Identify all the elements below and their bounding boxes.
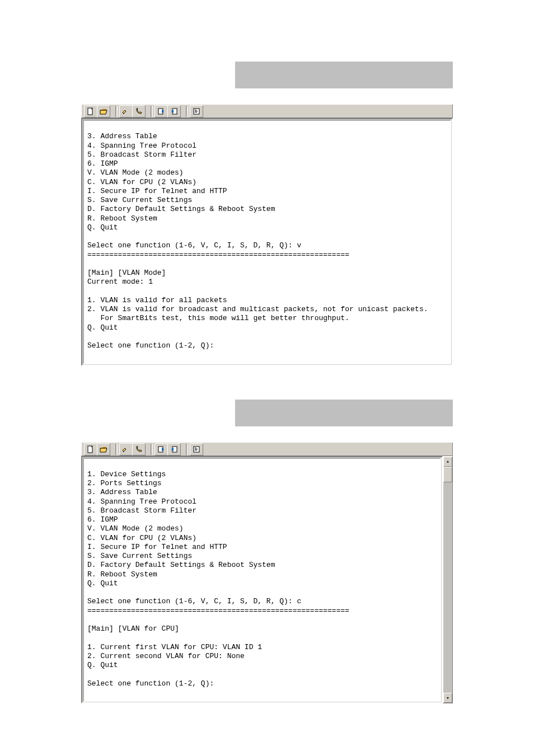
menu-item: D. Factory Default Settings & Reboot Sys…	[87, 205, 275, 213]
menu-item: 3. Address Table	[87, 132, 157, 140]
select-prompt: Select one function (1-6, V, C, I, S, D,…	[87, 241, 301, 250]
menu-item: Q. Quit	[87, 579, 118, 588]
current-mode: Current mode: 1	[87, 278, 153, 286]
send-button[interactable]	[154, 443, 168, 456]
menu-item: 6. IGMP	[87, 159, 118, 168]
sub-prompt: Select one function (1-2, Q):	[87, 679, 214, 688]
option-line: Q. Quit	[87, 323, 118, 332]
new-doc-icon	[87, 445, 95, 453]
terminal-text-1: 3. Address Table 4. Spanning Tree Protoc…	[87, 132, 428, 350]
open-button[interactable]	[97, 443, 110, 456]
menu-item: C. VLAN for CPU (2 VLANs)	[87, 534, 196, 542]
menu-item: C. VLAN for CPU (2 VLANs)	[87, 178, 196, 186]
new-doc-icon	[87, 107, 95, 115]
menu-item: 2. Ports Settings	[87, 479, 162, 487]
svg-rect-15	[195, 450, 197, 450]
svg-rect-6	[195, 111, 198, 111]
option-line: 2. VLAN is valid for broadcast and multi…	[87, 305, 428, 313]
scroll-down-button[interactable]: ▾	[443, 693, 452, 703]
receive-file-icon	[170, 107, 178, 115]
disconnect-button[interactable]	[119, 443, 133, 456]
menu-item: 5. Broadcast Storm Filter	[87, 506, 196, 515]
toolbar-2	[81, 442, 453, 456]
disconnect-icon	[122, 107, 130, 115]
menu-item: S. Save Current Settings	[87, 552, 192, 560]
properties-icon	[193, 445, 200, 453]
menu-item: R. Reboot System	[87, 570, 157, 579]
send-file-icon	[157, 107, 165, 115]
open-button[interactable]	[97, 105, 110, 118]
scroll-track[interactable]	[443, 467, 452, 693]
section-header-bar-2	[235, 400, 453, 426]
menu-item: 5. Broadcast Storm Filter	[87, 151, 196, 159]
phone-icon	[135, 107, 143, 115]
send-button[interactable]	[154, 105, 168, 118]
phone-icon	[135, 445, 143, 453]
svg-rect-7	[195, 112, 197, 112]
breadcrumb: [Main] [VLAN Mode]	[87, 269, 166, 277]
section-header-bar-1	[235, 62, 453, 88]
scroll-up-button[interactable]: ▴	[443, 457, 452, 467]
receive-button[interactable]	[167, 105, 181, 118]
open-folder-icon	[100, 445, 107, 453]
receive-file-icon	[170, 445, 178, 453]
properties-icon	[193, 107, 200, 115]
menu-item: 1. Device Settings	[87, 470, 166, 478]
properties-button[interactable]	[190, 443, 203, 456]
chevron-down-icon: ▾	[446, 695, 449, 701]
svg-rect-5	[195, 110, 196, 110]
receive-button[interactable]	[167, 443, 181, 456]
properties-button[interactable]	[190, 105, 203, 118]
menu-item: I. Secure IP for Telnet and HTTP	[87, 543, 227, 551]
terminal-panel-2: 1. Device Settings 2. Ports Settings 3. …	[81, 456, 443, 704]
menu-item: R. Reboot System	[87, 214, 157, 223]
call-button[interactable]	[132, 443, 146, 456]
terminal-panel-1: 3. Address Table 4. Spanning Tree Protoc…	[81, 118, 453, 366]
menu-item: 3. Address Table	[87, 488, 157, 496]
call-button[interactable]	[132, 105, 146, 118]
svg-rect-14	[195, 449, 198, 449]
option-line: For SmartBits test, this mode will get b…	[87, 314, 349, 322]
menu-item: 4. Spanning Tree Protocol	[87, 142, 196, 150]
breadcrumb: [Main] [VLAN for CPU]	[87, 624, 179, 633]
menu-item: I. Secure IP for Telnet and HTTP	[87, 187, 227, 195]
menu-item: 6. IGMP	[87, 515, 118, 524]
vertical-scrollbar[interactable]: ▴ ▾	[443, 456, 453, 704]
terminal-text-2: 1. Device Settings 2. Ports Settings 3. …	[87, 470, 349, 688]
select-prompt: Select one function (1-6, V, C, I, S, D,…	[87, 597, 301, 605]
separator-line: ========================================…	[87, 251, 349, 259]
menu-item: D. Factory Default Settings & Reboot Sys…	[87, 561, 275, 569]
menu-item: 4. Spanning Tree Protocol	[87, 497, 196, 506]
open-folder-icon	[100, 107, 107, 115]
scroll-thumb[interactable]	[443, 467, 452, 482]
option-line: Q. Quit	[87, 661, 118, 669]
option-line: 2. Current second VLAN for CPU: None	[87, 652, 245, 660]
toolbar-1	[81, 104, 453, 118]
option-line: 1. Current first VLAN for CPU: VLAN ID 1	[87, 643, 262, 651]
chevron-up-icon: ▴	[446, 458, 449, 464]
disconnect-icon	[122, 445, 130, 453]
menu-item: Q. Quit	[87, 223, 118, 232]
send-file-icon	[157, 445, 165, 453]
menu-item: V. VLAN Mode (2 modes)	[87, 168, 184, 177]
new-doc-button[interactable]	[84, 105, 97, 118]
option-line: 1. VLAN is valid for all packets	[87, 296, 227, 304]
new-doc-button[interactable]	[84, 443, 97, 456]
sub-prompt: Select one function (1-2, Q):	[87, 341, 214, 350]
menu-item: S. Save Current Settings	[87, 196, 192, 204]
separator-line: ========================================…	[87, 607, 349, 615]
svg-rect-13	[195, 448, 196, 448]
menu-item: V. VLAN Mode (2 modes)	[87, 524, 184, 533]
disconnect-button[interactable]	[119, 105, 133, 118]
